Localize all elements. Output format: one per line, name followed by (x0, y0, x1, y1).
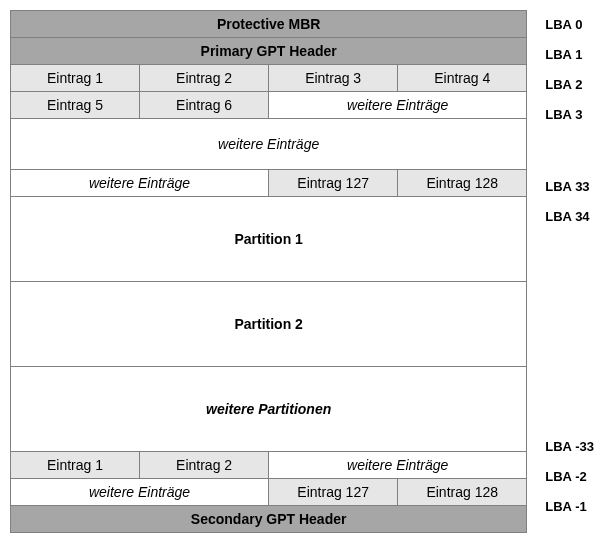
lba-minus-2: LBA -2 (545, 462, 600, 492)
lba-33: LBA 33 (545, 172, 600, 202)
lba-1: LBA 1 (545, 40, 600, 70)
backup-more-entries-b: weitere Einträge (11, 479, 269, 506)
row-secondary-header: Secondary GPT Header (11, 506, 527, 533)
lba-minus-1: LBA -1 (545, 492, 600, 522)
backup-entry-2: Eintrag 2 (140, 452, 269, 479)
backup-entry-127: Eintrag 127 (269, 479, 398, 506)
row-more-partitions: weitere Partitionen (11, 367, 527, 452)
backup-entry-1: Eintrag 1 (11, 452, 140, 479)
partition-2: Partition 2 (11, 282, 527, 367)
lba-2: LBA 2 (545, 70, 600, 100)
row-primary-header: Primary GPT Header (11, 38, 527, 65)
gpt-layout-table: Protective MBR Primary GPT Header Eintra… (10, 10, 527, 533)
more-partitions: weitere Partitionen (11, 367, 527, 452)
lba-3: LBA 3 (545, 100, 600, 130)
lba-0: LBA 0 (545, 10, 600, 40)
entry-1: Eintrag 1 (11, 65, 140, 92)
entry-6: Eintrag 6 (140, 92, 269, 119)
row-entries-end: weitere Einträge Eintrag 127 Eintrag 128 (11, 170, 527, 197)
backup-more-entries-a: weitere Einträge (269, 452, 527, 479)
more-entries-a: weitere Einträge (269, 92, 527, 119)
entry-128: Eintrag 128 (398, 170, 527, 197)
entry-127: Eintrag 127 (269, 170, 398, 197)
secondary-gpt-header: Secondary GPT Header (11, 506, 527, 533)
backup-entry-128: Eintrag 128 (398, 479, 527, 506)
row-backup-entries-end: weitere Einträge Eintrag 127 Eintrag 128 (11, 479, 527, 506)
lba-minus-33: LBA -33 (545, 432, 600, 462)
entry-4: Eintrag 4 (398, 65, 527, 92)
lba-34: LBA 34 (545, 202, 600, 232)
entry-3: Eintrag 3 (269, 65, 398, 92)
partition-1: Partition 1 (11, 197, 527, 282)
more-entries-b: weitere Einträge (11, 119, 527, 170)
row-partition-2: Partition 2 (11, 282, 527, 367)
row-entries-5-more: Eintrag 5 Eintrag 6 weitere Einträge (11, 92, 527, 119)
entry-5: Eintrag 5 (11, 92, 140, 119)
row-backup-entries-start: Eintrag 1 Eintrag 2 weitere Einträge (11, 452, 527, 479)
primary-gpt-header: Primary GPT Header (11, 38, 527, 65)
row-mbr: Protective MBR (11, 11, 527, 38)
protective-mbr: Protective MBR (11, 11, 527, 38)
entry-2: Eintrag 2 (140, 65, 269, 92)
row-entries-1-4: Eintrag 1 Eintrag 2 Eintrag 3 Eintrag 4 (11, 65, 527, 92)
more-entries-c: weitere Einträge (11, 170, 269, 197)
lba-labels: LBA 0 LBA 1 LBA 2 LBA 3 LBA 33 LBA 34 LB… (545, 10, 600, 533)
row-more-entries-mid: weitere Einträge (11, 119, 527, 170)
row-partition-1: Partition 1 (11, 197, 527, 282)
